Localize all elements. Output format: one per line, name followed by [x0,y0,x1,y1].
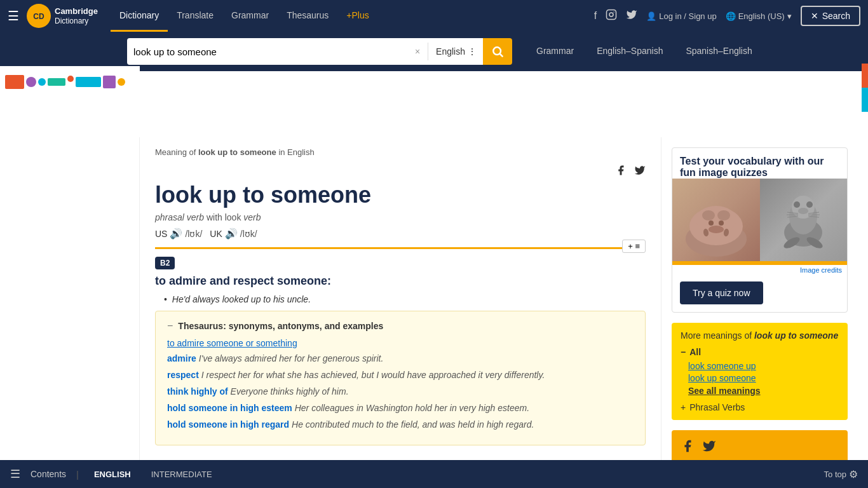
part-of-speech: phrasal verb [155,212,204,222]
thesaurus-box: − Thesaurus: synonyms, antonyms, and exa… [155,311,646,445]
bottom-tab-english[interactable]: ENGLISH [89,468,136,480]
to-top-button[interactable]: To top ⚙ [824,468,858,480]
more-meanings-title: More meanings of look up to someone [681,330,839,341]
bottom-contents-link[interactable]: Contents [31,469,66,479]
search-input-wrap: × English ⋮ [127,38,483,65]
dots-icon: ⋮ [468,46,477,57]
meaning-link-2[interactable]: look up someone [681,373,839,383]
login-button[interactable]: 👤 Log in / Sign up [646,11,716,21]
close-icon: ✕ [811,11,818,21]
svg-line-6 [500,54,503,57]
block-yellow-circle [118,78,125,86]
thesaurus-sentence-regard: He contributed much to the field, and wa… [292,419,534,430]
thesaurus-header: − Thesaurus: synonyms, antonyms, and exa… [167,320,634,332]
all-header[interactable]: − All [681,347,839,357]
block-cyan-rect [76,77,101,87]
language-selector[interactable]: 🌐 English (US) ▾ [726,11,792,21]
entry-title: look up to someone [155,182,646,208]
meaning-link-1[interactable]: look someone up [681,361,839,371]
bottom-hamburger-icon[interactable]: ☰ [10,467,20,481]
entry-meta: phrasal verb with look verb [155,212,646,222]
block-cyan-circle [38,78,46,86]
logo-image: CD [27,4,51,28]
nav-translate[interactable]: Translate [168,0,222,32]
instagram-icon[interactable] [606,9,617,23]
nav-dictionary[interactable]: Dictionary [111,0,168,32]
search-button[interactable]: ✕ Search [801,6,860,26]
to-top-label: To top [824,470,846,479]
sub-nav-en-es[interactable]: English–Spanish [585,39,674,64]
thesaurus-entry-respect: respect I respect her for what she has a… [167,370,634,380]
top-navigation: ☰ CD Cambridge Dictionary Dictionary Tra… [0,0,868,32]
example-text: He'd always looked up to his uncle. [172,294,311,304]
example-sentence: • He'd always looked up to his uncle. [155,294,646,304]
all-label: All [689,347,701,357]
block-red [5,75,24,89]
definition-text: to admire and respect someone: [155,274,646,288]
list-button[interactable]: + ≡ [622,240,646,253]
try-quiz-button[interactable]: Try a quiz now [680,281,763,304]
accent-bars [862,64,868,112]
sub-nav-es-en[interactable]: Spanish–English [674,39,763,64]
quiz-image-seal [760,179,848,261]
search-bar-row: × English ⋮ Grammar English–Spanish Span… [0,32,868,71]
accent-bar-cyan [862,88,868,112]
sub-nav-grammar[interactable]: Grammar [525,39,585,64]
quiz-title: Test your vocabulary with our fun image … [672,148,847,179]
twitter-icon[interactable] [626,9,637,23]
accent-bar-orange [862,64,868,88]
share-twitter-icon[interactable] [634,165,646,179]
language-select[interactable]: English ⋮ [436,46,477,57]
image-credits-link[interactable]: Image credits [672,265,847,275]
level-badge: B2 [155,257,175,269]
logo-area[interactable]: CD Cambridge Dictionary [27,4,98,28]
thesaurus-word-respect[interactable]: respect [167,370,199,380]
thesaurus-entry-esteem: hold someone in high esteem Her colleagu… [167,403,634,413]
uk-speaker-icon[interactable]: 🔊 [225,227,238,240]
thesaurus-sentence-esteem: Her colleagues in Washington hold her in… [295,403,529,413]
thesaurus-word-admire[interactable]: admire [167,353,196,363]
bottom-twitter-icon[interactable] [702,439,716,456]
bottom-separator: | [76,469,79,480]
phrasal-label: Phrasal Verbs [689,402,745,412]
to-top-icon: ⚙ [849,468,858,480]
thesaurus-word-think[interactable]: think highly of [167,386,228,396]
thesaurus-word-esteem[interactable]: hold someone in high esteem [167,403,292,413]
thesaurus-sentence-admire: I've always admired her for her generous… [199,353,384,363]
quiz-image-hippo [672,179,760,261]
uk-pronunciation: UK 🔊 /lʊk/ [210,227,257,240]
with-text: with look [207,212,241,222]
clear-icon[interactable]: × [415,46,420,57]
search-input[interactable] [133,46,410,57]
svg-text:CD: CD [33,12,44,21]
uk-label: UK [210,229,222,239]
search-go-button[interactable] [483,38,512,65]
breadcrumb: Meaning of look up to someone in English [155,147,646,157]
bottom-facebook-icon[interactable] [681,439,695,456]
svg-point-20 [794,201,800,208]
facebook-icon[interactable]: f [594,10,597,22]
word-type: verb [243,212,261,222]
block-teal [48,78,65,86]
nav-thesaurus[interactable]: Thesaurus [278,0,337,32]
us-label: US [155,229,167,239]
quiz-images [672,179,847,261]
main-content: Meaning of look up to someone in English… [140,137,661,488]
block-purple-rect [103,76,116,88]
logo-text: Cambridge Dictionary [55,6,98,25]
thesaurus-toggle[interactable]: − [167,320,173,332]
nav-plus[interactable]: +Plus [337,0,377,32]
social-icons: f [594,9,637,23]
thesaurus-entry-regard: hold someone in high regard He contribut… [167,419,634,430]
see-all-link[interactable]: See all meanings [681,386,839,396]
nav-grammar[interactable]: Grammar [222,0,278,32]
thesaurus-word-regard[interactable]: hold someone in high regard [167,419,289,430]
thesaurus-sentence-think: Everyone thinks highly of him. [231,386,349,396]
bottom-tab-intermediate[interactable]: INTERMEDIATE [146,468,217,480]
phrasal-verbs-section[interactable]: + Phrasal Verbs [681,402,839,412]
svg-point-4 [614,11,615,13]
hamburger-icon[interactable]: ☰ [8,8,19,24]
share-facebook-icon[interactable] [615,165,627,179]
thesaurus-sublink[interactable]: to admire someone or something [167,338,634,348]
us-speaker-icon[interactable]: 🔊 [170,227,182,240]
